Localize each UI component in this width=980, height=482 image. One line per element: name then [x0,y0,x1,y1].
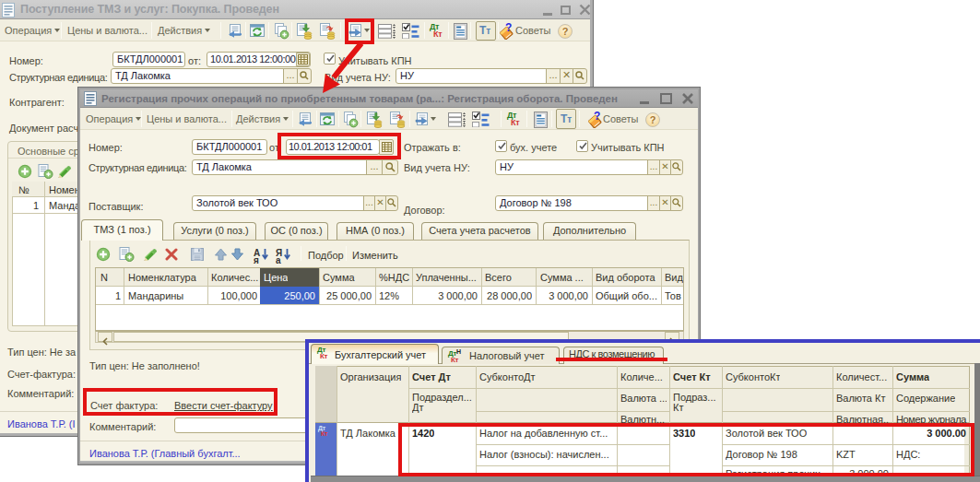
svg-text:?: ? [505,22,512,34]
svg-text:?: ? [594,111,600,123]
